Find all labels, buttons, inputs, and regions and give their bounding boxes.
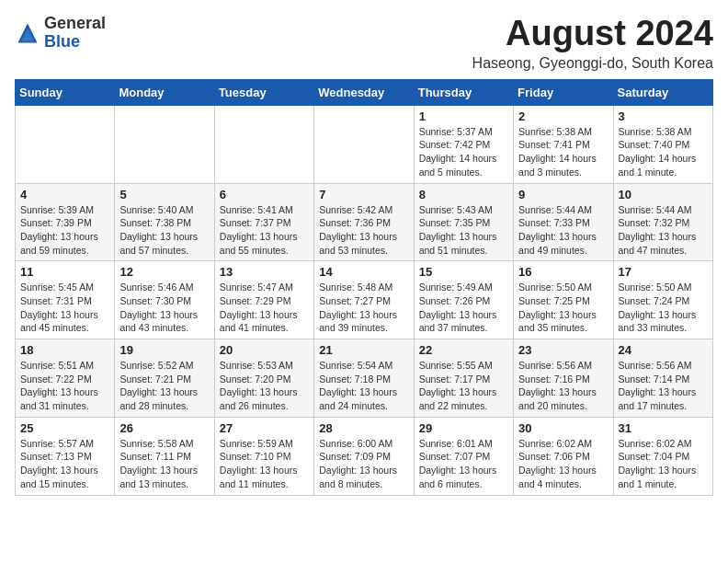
day-number: 25 [20,421,109,435]
day-number: 10 [619,188,708,201]
day-info: Sunrise: 5:43 AM Sunset: 7:35 PM Dayligh… [419,203,508,258]
calendar-cell: 9Sunrise: 5:44 AM Sunset: 7:33 PM Daylig… [514,183,613,261]
day-number: 6 [220,188,309,201]
day-number: 2 [518,109,608,123]
day-info: Sunrise: 5:46 AM Sunset: 7:30 PM Dayligh… [119,281,209,335]
day-info: Sunrise: 5:58 AM Sunset: 7:11 PM Dayligh… [119,437,209,491]
day-info: Sunrise: 5:42 AM Sunset: 7:36 PM Dayligh… [319,203,408,258]
calendar-cell: 11Sunrise: 5:45 AM Sunset: 7:31 PM Dayli… [16,261,115,339]
calendar-cell: 2Sunrise: 5:38 AM Sunset: 7:41 PM Daylig… [514,105,613,183]
calendar-cell: 14Sunrise: 5:48 AM Sunset: 7:27 PM Dayli… [314,261,414,339]
day-info: Sunrise: 5:49 AM Sunset: 7:26 PM Dayligh… [419,281,508,335]
day-number: 1 [419,109,508,123]
weekday-header-saturday: Saturday [613,79,712,105]
day-info: Sunrise: 5:56 AM Sunset: 7:14 PM Dayligh… [619,359,708,413]
day-info: Sunrise: 5:59 AM Sunset: 7:10 PM Dayligh… [220,437,309,491]
calendar-cell: 16Sunrise: 5:50 AM Sunset: 7:25 PM Dayli… [514,261,613,339]
day-info: Sunrise: 5:57 AM Sunset: 7:13 PM Dayligh… [20,437,109,491]
day-number: 29 [419,421,508,435]
day-info: Sunrise: 5:50 AM Sunset: 7:24 PM Dayligh… [619,281,708,335]
day-info: Sunrise: 5:45 AM Sunset: 7:31 PM Dayligh… [20,281,109,335]
calendar-cell: 25Sunrise: 5:57 AM Sunset: 7:13 PM Dayli… [16,417,115,495]
logo-icon [15,20,40,46]
day-info: Sunrise: 5:37 AM Sunset: 7:42 PM Dayligh… [419,125,508,179]
day-number: 8 [419,188,508,201]
day-number: 13 [220,265,309,279]
day-number: 16 [518,265,608,279]
day-info: Sunrise: 5:44 AM Sunset: 7:33 PM Dayligh… [518,203,608,258]
calendar-cell: 26Sunrise: 5:58 AM Sunset: 7:11 PM Dayli… [115,417,214,495]
day-info: Sunrise: 5:53 AM Sunset: 7:20 PM Dayligh… [220,359,309,413]
month-year-title: August 2024 [472,15,713,53]
calendar-cell: 3Sunrise: 5:38 AM Sunset: 7:40 PM Daylig… [613,105,712,183]
calendar-cell: 8Sunrise: 5:43 AM Sunset: 7:35 PM Daylig… [414,183,513,261]
day-info: Sunrise: 5:48 AM Sunset: 7:27 PM Dayligh… [319,281,408,335]
calendar-cell: 1Sunrise: 5:37 AM Sunset: 7:42 PM Daylig… [414,105,513,183]
calendar-cell: 18Sunrise: 5:51 AM Sunset: 7:22 PM Dayli… [16,339,115,418]
calendar-cell: 29Sunrise: 6:01 AM Sunset: 7:07 PM Dayli… [414,417,513,495]
calendar-cell: 21Sunrise: 5:54 AM Sunset: 7:18 PM Dayli… [314,339,414,418]
calendar-cell: 22Sunrise: 5:55 AM Sunset: 7:17 PM Dayli… [414,339,513,418]
calendar-cell: 7Sunrise: 5:42 AM Sunset: 7:36 PM Daylig… [314,183,414,261]
day-number: 28 [319,421,408,435]
page-header: General Blue August 2024 Haseong, Gyeong… [15,15,713,72]
day-number: 14 [319,265,408,279]
calendar-cell: 13Sunrise: 5:47 AM Sunset: 7:29 PM Dayli… [214,261,313,339]
day-info: Sunrise: 5:54 AM Sunset: 7:18 PM Dayligh… [319,359,408,413]
day-number: 24 [619,343,708,357]
calendar-cell: 23Sunrise: 5:56 AM Sunset: 7:16 PM Dayli… [514,339,613,418]
day-number: 31 [619,421,708,435]
calendar-table: SundayMondayTuesdayWednesdayThursdayFrid… [15,79,713,496]
day-number: 30 [518,421,608,435]
logo: General Blue [15,15,106,52]
day-number: 5 [119,188,209,201]
calendar-week-2: 4Sunrise: 5:39 AM Sunset: 7:39 PM Daylig… [16,183,713,261]
day-info: Sunrise: 5:39 AM Sunset: 7:39 PM Dayligh… [20,203,109,258]
location-subtitle: Haseong, Gyeonggi-do, South Korea [472,55,713,72]
calendar-cell: 12Sunrise: 5:46 AM Sunset: 7:30 PM Dayli… [115,261,214,339]
calendar-cell: 17Sunrise: 5:50 AM Sunset: 7:24 PM Dayli… [613,261,712,339]
logo-blue-text: Blue [44,32,80,51]
day-info: Sunrise: 6:02 AM Sunset: 7:04 PM Dayligh… [619,437,708,491]
calendar-cell: 28Sunrise: 6:00 AM Sunset: 7:09 PM Dayli… [314,417,414,495]
calendar-cell: 10Sunrise: 5:44 AM Sunset: 7:32 PM Dayli… [613,183,712,261]
calendar-cell [16,105,115,183]
day-number: 17 [619,265,708,279]
day-number: 4 [20,188,109,201]
calendar-cell [115,105,214,183]
day-number: 19 [119,343,209,357]
weekday-header-sunday: Sunday [16,79,115,105]
day-number: 9 [518,188,608,201]
day-number: 11 [20,265,109,279]
calendar-cell [314,105,414,183]
day-info: Sunrise: 5:51 AM Sunset: 7:22 PM Dayligh… [20,359,109,413]
day-number: 20 [220,343,309,357]
calendar-cell: 6Sunrise: 5:41 AM Sunset: 7:37 PM Daylig… [214,183,313,261]
day-info: Sunrise: 5:40 AM Sunset: 7:38 PM Dayligh… [119,203,209,258]
logo-general-text: General [44,14,106,32]
weekday-header-wednesday: Wednesday [314,79,414,105]
day-number: 27 [220,421,309,435]
day-number: 21 [319,343,408,357]
day-number: 23 [518,343,608,357]
calendar-week-1: 1Sunrise: 5:37 AM Sunset: 7:42 PM Daylig… [16,105,713,183]
title-block: August 2024 Haseong, Gyeonggi-do, South … [472,15,713,72]
weekday-header-tuesday: Tuesday [214,79,313,105]
calendar-cell: 20Sunrise: 5:53 AM Sunset: 7:20 PM Dayli… [214,339,313,418]
day-info: Sunrise: 6:02 AM Sunset: 7:06 PM Dayligh… [518,437,608,491]
day-number: 12 [119,265,209,279]
calendar-cell: 5Sunrise: 5:40 AM Sunset: 7:38 PM Daylig… [115,183,214,261]
weekday-header-monday: Monday [115,79,214,105]
day-info: Sunrise: 5:52 AM Sunset: 7:21 PM Dayligh… [119,359,209,413]
calendar-week-4: 18Sunrise: 5:51 AM Sunset: 7:22 PM Dayli… [16,339,713,418]
day-number: 15 [419,265,508,279]
day-number: 3 [619,109,708,123]
day-info: Sunrise: 5:44 AM Sunset: 7:32 PM Dayligh… [619,203,708,258]
calendar-cell: 4Sunrise: 5:39 AM Sunset: 7:39 PM Daylig… [16,183,115,261]
day-info: Sunrise: 5:47 AM Sunset: 7:29 PM Dayligh… [220,281,309,335]
day-info: Sunrise: 5:41 AM Sunset: 7:37 PM Dayligh… [220,203,309,258]
weekday-header-row: SundayMondayTuesdayWednesdayThursdayFrid… [16,79,713,105]
weekday-header-thursday: Thursday [414,79,513,105]
day-info: Sunrise: 5:56 AM Sunset: 7:16 PM Dayligh… [518,359,608,413]
day-info: Sunrise: 6:01 AM Sunset: 7:07 PM Dayligh… [419,437,508,491]
